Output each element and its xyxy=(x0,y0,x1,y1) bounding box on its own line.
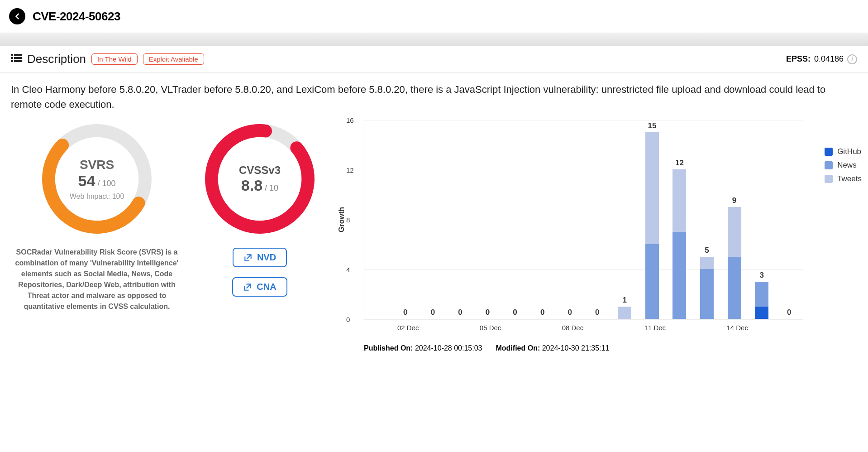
legend-tweets: Tweets xyxy=(825,174,862,183)
svrs-score-max: / 100 xyxy=(95,179,115,188)
cvss-score: 8.8 / 10 xyxy=(241,177,278,194)
x-tick-label xyxy=(507,324,522,332)
y-tick: 0 xyxy=(346,316,350,323)
growth-chart: Growth 048121600000000115125930 02 Dec05… xyxy=(337,120,857,352)
cvss-gauge: CVSSv3 8.8 / 10 xyxy=(201,120,319,238)
svg-rect-5 xyxy=(14,60,22,62)
svg-rect-0 xyxy=(11,54,13,56)
description-text: In Cleo Harmony before 5.8.0.20, VLTrade… xyxy=(0,73,868,115)
epss-value: 0.04186 xyxy=(814,54,844,64)
x-tick-label xyxy=(617,324,632,332)
svg-rect-1 xyxy=(14,54,22,56)
bar-group: 3 xyxy=(754,282,769,319)
published-label: Published On: xyxy=(364,344,413,352)
chart-y-axis-label: Growth xyxy=(338,207,346,232)
y-tick: 8 xyxy=(346,216,350,224)
bar-segment xyxy=(755,282,768,307)
arrow-left-icon xyxy=(13,12,22,21)
x-tick-label: 02 Dec xyxy=(397,324,413,332)
bar-segment xyxy=(645,244,659,319)
bar-segment xyxy=(700,269,714,319)
x-tick-label xyxy=(699,324,715,332)
svrs-score: 54 / 100 xyxy=(78,172,116,190)
x-tick-label: 08 Dec xyxy=(562,324,577,332)
chart-bars: 00000000115125930 xyxy=(364,120,803,319)
x-tick-label xyxy=(534,324,550,332)
bar-value-label: 0 xyxy=(588,308,606,317)
cvss-score-value: 8.8 xyxy=(241,177,262,194)
bar-value-label: 9 xyxy=(725,196,744,205)
list-icon xyxy=(11,53,22,65)
x-tick-label xyxy=(782,324,797,332)
bar-value-label: 0 xyxy=(780,308,798,317)
cna-link-label: CNA xyxy=(257,282,276,292)
bar-value-label: 12 xyxy=(670,159,688,168)
legend-swatch-tweets xyxy=(825,175,833,183)
description-header: Description In The Wild Exploit Avaliabl… xyxy=(0,46,868,73)
bar-segment xyxy=(672,232,686,319)
epss-score: EPSS: 0.04186 i xyxy=(786,54,857,64)
svrs-label: SVRS xyxy=(80,158,114,172)
x-tick-label xyxy=(425,324,440,332)
svg-rect-2 xyxy=(11,57,13,59)
legend-github: GitHub xyxy=(825,147,862,156)
y-tick: 12 xyxy=(346,166,354,174)
x-tick-label xyxy=(672,324,687,332)
bar-value-label: 0 xyxy=(506,308,524,317)
svg-rect-3 xyxy=(14,57,22,59)
legend-swatch-news xyxy=(825,161,833,169)
bar-segment xyxy=(728,207,741,257)
cvss-label: CVSSv3 xyxy=(239,164,281,177)
svrs-web-impact: Web Impact: 100 xyxy=(70,192,124,201)
nvd-link-button[interactable]: NVD xyxy=(233,248,287,267)
description-title: Description xyxy=(27,52,86,66)
info-icon[interactable]: i xyxy=(847,54,857,64)
y-tick: 4 xyxy=(346,266,350,274)
x-tick-label: 05 Dec xyxy=(480,324,495,332)
bar-value-label: 15 xyxy=(643,121,661,130)
bar-value-label: 0 xyxy=(424,308,442,317)
bar-group: 12 xyxy=(672,169,687,319)
legend-swatch-github xyxy=(825,148,833,156)
metadata-row: Published On: 2024-10-28 00:15:03 Modifi… xyxy=(364,344,857,352)
badge-in-the-wild: In The Wild xyxy=(91,53,138,65)
x-tick-label: 14 Dec xyxy=(726,324,742,332)
x-tick-label xyxy=(452,324,467,332)
bar-value-label: 1 xyxy=(615,296,634,305)
bar-segment xyxy=(618,307,631,319)
cvss-column: CVSSv3 8.8 / 10 NVD CNA xyxy=(201,120,319,352)
cve-title: CVE-2024-50623 xyxy=(33,10,120,24)
chart-legend: GitHub News Tweets xyxy=(825,147,862,183)
badge-exploit-available: Exploit Avaliable xyxy=(143,53,204,65)
cna-link-button[interactable]: CNA xyxy=(232,277,287,297)
bar-value-label: 0 xyxy=(561,308,579,317)
back-button[interactable] xyxy=(9,8,25,24)
main-content: SVRS 54 / 100 Web Impact: 100 SOCRadar V… xyxy=(0,115,868,361)
bar-value-label: 0 xyxy=(396,308,415,317)
bar-group: 9 xyxy=(727,207,742,319)
bar-segment xyxy=(672,169,686,232)
bar-group: 1 xyxy=(617,307,632,319)
bar-segment xyxy=(645,132,659,245)
external-link-icon xyxy=(243,253,253,262)
bar-group: 5 xyxy=(699,257,715,319)
bar-group: 15 xyxy=(644,132,660,319)
external-link-icon xyxy=(243,283,252,292)
svrs-gauge: SVRS 54 / 100 Web Impact: 100 xyxy=(38,120,156,238)
epss-label: EPSS: xyxy=(786,54,811,64)
nvd-link-label: NVD xyxy=(257,252,276,263)
bar-value-label: 0 xyxy=(451,308,469,317)
bar-value-label: 0 xyxy=(534,308,552,317)
bar-segment xyxy=(728,257,741,319)
legend-label-github: GitHub xyxy=(837,147,861,156)
x-tick-label xyxy=(370,324,385,332)
cvss-score-max: / 10 xyxy=(262,183,278,192)
published-value: 2024-10-28 00:15:03 xyxy=(415,344,482,352)
bar-value-label: 3 xyxy=(753,271,771,280)
legend-news: News xyxy=(825,161,862,170)
bar-value-label: 5 xyxy=(698,246,716,255)
svrs-description: SOCRadar Vulnerability Risk Score (SVRS)… xyxy=(11,247,183,312)
x-tick-label xyxy=(589,324,605,332)
svrs-column: SVRS 54 / 100 Web Impact: 100 SOCRadar V… xyxy=(11,120,183,352)
svrs-score-value: 54 xyxy=(78,172,95,189)
